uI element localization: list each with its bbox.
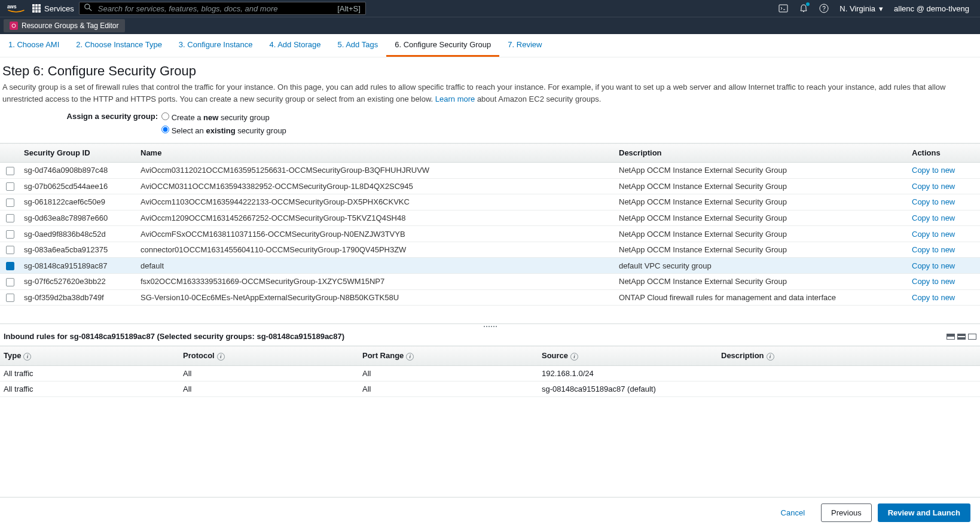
col-port-range[interactable]: Port Rangei [359, 346, 538, 366]
rule-port: All [359, 381, 538, 397]
sg-description: NetApp OCCM Instance External Security G… [615, 210, 908, 226]
sg-name: fsx02OCCM1633339531669-OCCMSecurityGroup… [137, 273, 615, 289]
rule-type: All traffic [0, 366, 179, 381]
step-choose-ami[interactable]: 1. Choose AMI [0, 34, 68, 57]
copy-to-new-link[interactable]: Copy to new [912, 213, 955, 222]
copy-to-new-link[interactable]: Copy to new [912, 293, 955, 302]
row-checkbox[interactable] [6, 262, 14, 270]
table-row[interactable]: sg-083a6ea5cba912375 connector01OCCM1631… [0, 242, 980, 258]
table-row[interactable]: sg-0d63ea8c78987e660 AviOccm1209OCCM1631… [0, 210, 980, 226]
sg-name: AviOccm1209OCCM1631452667252-OCCMSecurit… [137, 210, 615, 226]
view-mode-3-icon[interactable] [968, 334, 976, 340]
table-row[interactable]: sg-08148ca915189ac87 default default VPC… [0, 258, 980, 274]
copy-to-new-link[interactable]: Copy to new [912, 261, 955, 270]
region-selector[interactable]: N. Virginia ▾ [839, 4, 883, 13]
table-row[interactable]: sg-07b0625cd544aee16 AviOCCM0311OCCM1635… [0, 178, 980, 194]
view-mode-2-icon[interactable] [957, 334, 966, 340]
services-label: Services [44, 4, 74, 13]
resource-groups-tag-editor[interactable]: Resource Groups & Tag Editor [4, 19, 125, 32]
row-checkbox[interactable] [6, 199, 14, 207]
aws-logo[interactable]: aws [7, 3, 25, 14]
step-add-storage[interactable]: 4. Add Storage [261, 34, 329, 57]
step-configure-instance[interactable]: 3. Configure Instance [170, 34, 261, 57]
col-description[interactable]: Description [615, 144, 908, 163]
info-icon[interactable]: i [23, 353, 31, 361]
svg-point-1 [85, 4, 90, 9]
create-new-sg-radio[interactable]: Create a new security group [161, 111, 286, 124]
table-row[interactable]: sg-0d746a0908b897c48 AviOccm03112021OCCM… [0, 163, 980, 179]
account-label[interactable]: allenc @ demo-tlveng [894, 4, 969, 13]
col-sg-id[interactable]: Security Group ID [20, 144, 137, 163]
row-checkbox[interactable] [6, 214, 14, 222]
notifications-icon[interactable] [799, 4, 808, 13]
select-existing-sg-radio[interactable]: Select an existing security group [161, 124, 286, 137]
sg-description: ONTAP Cloud firewall rules for managemen… [615, 289, 908, 306]
select-existing-sg-input[interactable] [161, 126, 169, 133]
rule-protocol: All [179, 366, 359, 381]
table-row[interactable]: sg-0f359d2ba38db749f SG-Version10-0CEc6M… [0, 289, 980, 306]
svg-text:aws: aws [7, 4, 17, 10]
assign-label: Assign a security group: [0, 111, 161, 121]
info-icon[interactable]: i [217, 353, 225, 361]
step-choose-instance-type[interactable]: 2. Choose Instance Type [68, 34, 170, 57]
page-description: A security group is a set of firewall ru… [0, 81, 980, 108]
col-source[interactable]: Sourcei [538, 346, 718, 366]
copy-to-new-link[interactable]: Copy to new [912, 182, 955, 191]
create-new-sg-input[interactable] [161, 112, 169, 120]
cloudshell-icon[interactable] [778, 4, 788, 13]
inbound-title: Inbound rules for sg-08148ca915189ac87 (… [4, 332, 344, 341]
table-row[interactable]: sg-0618122caef6c50e9 AviOccm1103OCCM1635… [0, 194, 980, 210]
col-rule-description[interactable]: Descriptioni [718, 346, 980, 366]
rule-description [718, 366, 980, 381]
notification-dot [806, 2, 810, 6]
view-mode-1-icon[interactable] [947, 334, 955, 340]
sg-description: NetApp OCCM Instance External Security G… [615, 178, 908, 194]
learn-more-link[interactable]: Learn more [435, 94, 475, 103]
assign-security-group: Assign a security group: Create a new se… [0, 108, 980, 139]
chevron-down-icon: ▾ [879, 4, 883, 13]
sg-description: NetApp OCCM Instance External Security G… [615, 226, 908, 242]
copy-to-new-link[interactable]: Copy to new [912, 277, 955, 286]
col-name[interactable]: Name [137, 144, 615, 163]
step-review[interactable]: 7. Review [499, 34, 550, 57]
row-checkbox[interactable] [6, 230, 14, 239]
row-checkbox[interactable] [6, 246, 14, 254]
copy-to-new-link[interactable]: Copy to new [912, 166, 955, 175]
row-checkbox[interactable] [6, 278, 14, 286]
region-label: N. Virginia [839, 4, 875, 13]
sub-nav: Resource Groups & Tag Editor [0, 17, 980, 34]
pane-resize-handle[interactable] [0, 323, 980, 329]
table-row[interactable]: sg-0aed9f8836b48c52d AviOccmFSxOCCM16381… [0, 226, 980, 242]
sg-name: AviOCCM0311OCCM1635943382952-OCCMSecurit… [137, 178, 615, 194]
table-row: All traffic All All sg-08148ca915189ac87… [0, 381, 980, 397]
sg-name: AviOccmFSxOCCM1638110371156-OCCMSecurity… [137, 226, 615, 242]
rule-source: sg-08148ca915189ac87 (default) [538, 381, 718, 397]
col-protocol[interactable]: Protocoli [179, 346, 359, 366]
search-input[interactable]: Search for services, features, blogs, do… [79, 2, 366, 15]
rgte-icon [10, 22, 18, 30]
step-add-tags[interactable]: 5. Add Tags [329, 34, 386, 57]
sg-name: AviOccm03112021OCCM1635951256631-OCCMSec… [137, 163, 615, 179]
sg-description: NetApp OCCM Instance External Security G… [615, 242, 908, 258]
info-icon[interactable]: i [570, 353, 578, 361]
sg-id: sg-08148ca915189ac87 [20, 258, 137, 274]
step-configure-security-group[interactable]: 6. Configure Security Group [386, 34, 499, 57]
row-checkbox[interactable] [6, 182, 14, 191]
sg-name: default [137, 258, 615, 274]
copy-to-new-link[interactable]: Copy to new [912, 197, 955, 206]
info-icon[interactable]: i [406, 353, 414, 361]
help-icon[interactable]: ? [819, 4, 829, 13]
row-checkbox[interactable] [6, 167, 14, 175]
sg-description: NetApp OCCM Instance External Security G… [615, 163, 908, 179]
sg-description: default VPC security group [615, 258, 908, 274]
sg-id: sg-0aed9f8836b48c52d [20, 226, 137, 242]
copy-to-new-link[interactable]: Copy to new [912, 230, 955, 239]
copy-to-new-link[interactable]: Copy to new [912, 245, 955, 254]
col-type[interactable]: Typei [0, 346, 179, 366]
table-row[interactable]: sg-07f6c527620e3bb22 fsx02OCCM1633339531… [0, 273, 980, 289]
info-icon[interactable]: i [767, 353, 774, 361]
row-checkbox[interactable] [6, 294, 14, 302]
top-nav: aws Services Search for services, featur… [0, 0, 980, 17]
services-menu[interactable]: Services [32, 4, 74, 13]
search-icon [84, 4, 92, 13]
